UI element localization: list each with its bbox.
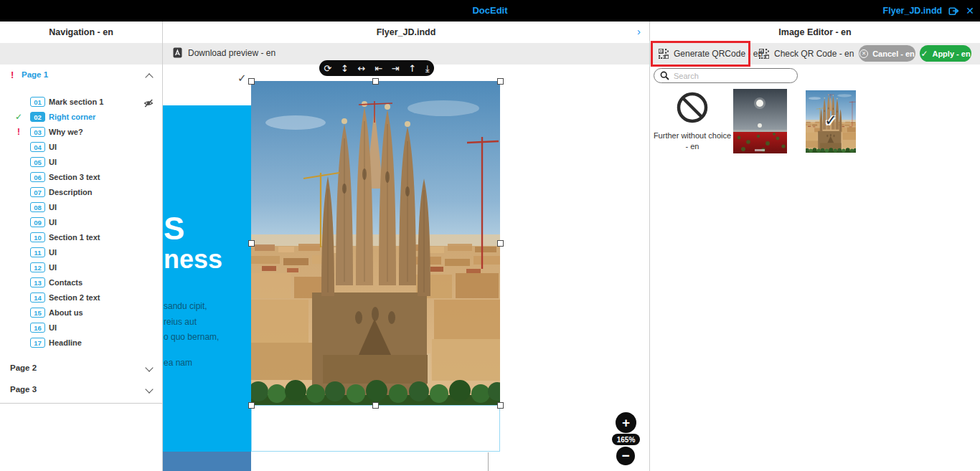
nav-item-01[interactable]: 01 Mark section 1 (0, 95, 162, 110)
thumbnail-sagrada-selected[interactable]: ✓ (806, 90, 856, 153)
check-qrcode-button[interactable]: Check QR Code - en (759, 47, 854, 60)
handle-top-right[interactable] (497, 78, 504, 85)
document-canvas: S ness sandu cipit, reius aut o quo bern… (163, 65, 649, 471)
flyer-headline: S ness (164, 212, 222, 274)
item-label: UI (49, 158, 57, 166)
page-1-items: 01 Mark section 1 ✓ 02 Right corner ! 03… (0, 95, 162, 351)
nav-item-06[interactable]: 06Section 3 text (0, 170, 162, 185)
resize-horizontal-icon[interactable]: ↔ (358, 64, 366, 73)
page-2-header[interactable]: Page 2 (0, 362, 162, 376)
handle-bottom-left[interactable] (248, 402, 255, 409)
nav-item-12[interactable]: 12UI (0, 260, 162, 275)
export-icon[interactable] (948, 6, 959, 16)
next-page-chevron[interactable]: › (634, 22, 644, 43)
navigation-panel: Navigation - en ! Page 1 01 Mark section… (0, 22, 163, 471)
cancel-button[interactable]: ✕ Cancel - en (859, 45, 915, 62)
apply-check-icon: ✓ (920, 49, 928, 59)
item-number-badge: 16 (30, 323, 45, 333)
pdf-icon (173, 47, 182, 58)
resize-vertical-icon[interactable]: ↕ (341, 64, 349, 73)
move-up-icon[interactable]: ↑ (408, 64, 416, 73)
selection-check-icon: ✓ (237, 72, 247, 85)
handle-top-center[interactable] (372, 78, 379, 85)
chevron-down-icon[interactable] (145, 363, 153, 371)
zoom-out-button[interactable]: − (616, 447, 635, 465)
zoom-in-button[interactable]: + (616, 412, 636, 433)
image-frame (251, 405, 500, 452)
option-no-image[interactable]: Further without choice - en (652, 91, 732, 151)
page-1-header[interactable]: ! Page 1 (0, 69, 162, 83)
item-number-badge: 06 (30, 172, 45, 182)
snap-right-icon[interactable]: ⇥ (392, 64, 400, 73)
nav-item-04[interactable]: 04UI (0, 140, 162, 155)
page-edge-line (488, 452, 489, 471)
cancel-label: Cancel - en (872, 49, 915, 58)
download-preview-label: Download preview - en (188, 48, 275, 58)
item-label: Description (49, 188, 93, 196)
cancel-x-icon: ✕ (859, 49, 868, 58)
flyer-footer-strip (163, 452, 251, 471)
flyer-body-line: ea nam (164, 356, 250, 371)
hidden-eye-icon[interactable] (143, 97, 154, 110)
search-icon (660, 71, 669, 80)
nav-item-16[interactable]: 16UI (0, 320, 162, 336)
thumbnail-poppy-field[interactable] (733, 89, 787, 153)
item-number-badge: 02 (30, 112, 45, 122)
handle-mid-right[interactable] (497, 240, 504, 247)
close-icon[interactable]: ✕ (966, 6, 974, 16)
download-preview-button[interactable]: Download preview - en (173, 47, 275, 58)
item-number-badge: 09 (30, 217, 45, 227)
page-2-label: Page 2 (10, 363, 37, 372)
item-label: Section 2 text (49, 293, 100, 302)
handle-top-left[interactable] (248, 78, 255, 85)
move-down-icon[interactable]: ⤓ (425, 64, 430, 73)
selected-check-icon: ✓ (806, 112, 856, 129)
search-input[interactable] (674, 72, 791, 80)
navigation-panel-title: Navigation - en (0, 22, 162, 43)
image-editor-title: Image Editor - en (650, 22, 980, 43)
handle-mid-left[interactable] (248, 240, 255, 247)
navigation-tree: ! Page 1 01 Mark section 1 ✓ 02 Right co… (0, 65, 162, 404)
flyer-body-line: sandu cipit, (164, 299, 250, 315)
apply-label: Apply - en (932, 49, 970, 58)
nav-item-13[interactable]: 13Contacts (0, 275, 162, 290)
item-label: UI (49, 143, 57, 151)
item-number-badge: 12 (30, 262, 45, 272)
check-qrcode-label: Check QR Code - en (774, 49, 854, 59)
nav-item-14[interactable]: 14Section 2 text (0, 290, 162, 305)
snap-left-icon[interactable]: ⇤ (374, 64, 382, 73)
prohibition-icon (676, 91, 709, 124)
nav-item-15[interactable]: 15About us (0, 305, 162, 320)
nav-item-03[interactable]: ! 03 Why we? (0, 125, 162, 140)
nav-item-17[interactable]: 17Headline (0, 336, 162, 351)
navigation-toolbar (0, 43, 162, 65)
page-3-header[interactable]: Page 3 (0, 384, 162, 398)
chevron-down-icon[interactable] (145, 385, 153, 393)
nav-item-02[interactable]: ✓ 02 Right corner (0, 110, 162, 125)
apply-button[interactable]: ✓ Apply - en (920, 45, 971, 62)
document-editor-panel: ‹ Flyer_JD.indd › Download preview - en … (163, 22, 649, 471)
nav-item-11[interactable]: 11UI (0, 245, 162, 260)
nav-item-09[interactable]: 09UI (0, 215, 162, 230)
flyer-blue-panel[interactable] (163, 105, 251, 452)
nav-item-08[interactable]: 08UI (0, 200, 162, 215)
rotate-icon[interactable]: ⟳ (324, 64, 331, 73)
top-bar: DocEdit Flyer_JD.indd ✕ (0, 0, 980, 22)
flyer-body-line: reius aut (164, 315, 250, 330)
item-number-badge: 14 (30, 292, 45, 303)
app-title: DocEdit (0, 0, 980, 22)
nav-item-10[interactable]: 10Section 1 text (0, 230, 162, 245)
handle-bottom-center[interactable] (372, 402, 379, 409)
page-1-error-icon: ! (11, 70, 14, 80)
flyer-headline-line1: S (164, 212, 222, 245)
item-label: UI (49, 263, 57, 272)
image-editor-panel: Image Editor - en Generate QRCode - en C… (649, 22, 980, 471)
option-no-image-label: Further without choice - en (652, 130, 732, 151)
handle-bottom-right[interactable] (497, 402, 504, 409)
item-label: UI (49, 218, 57, 227)
selected-image-sagrada[interactable] (251, 81, 500, 405)
chevron-up-icon[interactable] (145, 73, 153, 81)
generate-qrcode-button[interactable]: Generate QRCode - en (659, 47, 763, 60)
nav-item-07[interactable]: 07Description (0, 185, 162, 200)
nav-item-05[interactable]: 05UI (0, 155, 162, 170)
